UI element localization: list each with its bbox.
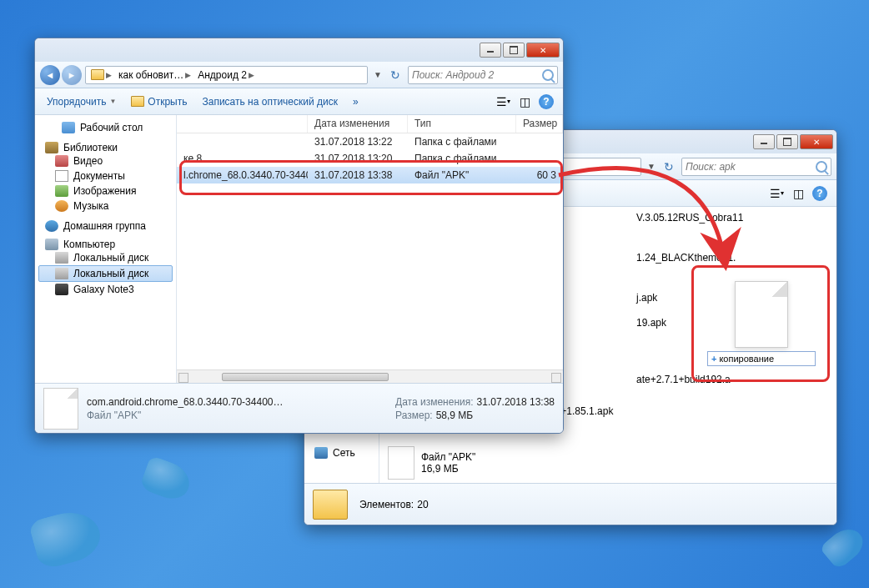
folder-icon [91,69,104,80]
desktop-decoration [139,455,195,505]
maximize-button[interactable] [503,43,525,58]
computer-icon [45,239,58,250]
minimize-button[interactable] [480,43,501,58]
dropdown-icon[interactable]: ▼ [645,158,658,175]
sidebar-label: Рабочий стол [80,122,143,133]
breadcrumb[interactable]: ▶ [88,69,115,80]
elements-label: Элементов: [359,499,414,510]
sidebar-item-desktop[interactable]: Рабочий стол [38,120,173,135]
horizontal-scrollbar[interactable] [177,369,563,383]
preview-pane-button[interactable]: ◫ [515,92,535,112]
toolbar: Упорядочить▼ Открыть Записать на оптичес… [35,88,563,115]
sidebar-label: Локальный диск [73,252,148,264]
sidebar-label: Локальный диск [73,268,148,279]
sidebar-item-music[interactable]: Музыка [38,199,173,214]
address-bar[interactable]: ▶ как обновит…▶ Андроид 2▶ [85,66,368,84]
libraries-icon [45,142,58,153]
file-item[interactable]: ate+2.7.1+build192.a [633,372,833,387]
view-options-button[interactable]: ☰▾ [766,183,786,204]
column-headers: Дата изменения Тип Размер [177,115,563,133]
more-button[interactable]: » [348,93,364,111]
column-header-date[interactable]: Дата изменения [308,115,408,133]
titlebar: ✕ [35,38,563,62]
maximize-button[interactable] [776,134,798,149]
organize-button[interactable]: Упорядочить▼ [42,93,121,111]
sidebar-label: Домашняя группа [63,220,146,232]
search-input[interactable] [412,69,542,81]
file-row[interactable]: ке 8 31.07.2018 13:20 Папка с файлами [177,150,563,167]
sidebar-item-images[interactable]: Изображения [38,183,173,199]
help-button[interactable]: ? [810,183,830,204]
close-button[interactable]: ✕ [800,134,833,149]
forward-button[interactable]: ► [62,65,82,85]
search-icon [542,69,554,81]
file-row-selected[interactable]: l.chrome_68.0.3440.70-34400… 31.07.2018 … [177,167,563,183]
search-box[interactable] [681,158,831,176]
file-type-label: Файл "APK" [421,451,475,463]
sidebar-label: Сеть [333,447,355,459]
scrollbar-thumb[interactable] [222,373,389,381]
help-button[interactable]: ? [536,92,556,112]
preview-pane-button[interactable]: ◫ [788,183,808,204]
music-icon [55,200,68,212]
search-box[interactable] [408,66,558,84]
back-button[interactable]: ◄ [40,65,60,85]
phone-icon [55,284,68,295]
column-header-name[interactable] [177,115,308,133]
sidebar-item-video[interactable]: Видео [38,153,173,168]
dropdown-icon[interactable]: ▼ [371,67,384,83]
sidebar-item-disk-c[interactable]: Локальный диск [38,250,173,265]
navbar: ◄ ► ▶ как обновит…▶ Андроид 2▶ ▼ ↻ [35,62,563,88]
disk-icon [55,268,68,279]
minimize-button[interactable] [753,134,775,149]
sidebar-label: Библиотеки [63,142,118,153]
empty-area[interactable] [177,183,563,369]
sidebar: Рабочий стол Библиотеки Видео Документы … [35,115,177,383]
sidebar-label: Изображения [73,185,136,197]
breadcrumb[interactable]: Андроид 2▶ [194,69,258,81]
file-icon [735,281,788,348]
view-options-button[interactable]: ☰▾ [493,92,513,112]
date-label: Дата изменения: [395,396,474,408]
explorer-window-1: ✕ ◄ ► ▶ как обновит…▶ Андроид 2▶ ▼ ↻ Упо… [34,38,564,434]
search-icon [816,161,827,173]
open-button[interactable]: Открыть [126,93,192,111]
sidebar-item-documents[interactable]: Документы [38,168,173,183]
file-list-area: Дата изменения Тип Размер 31.07.2018 13:… [177,115,563,383]
sidebar-item-libraries[interactable]: Библиотеки [38,142,173,153]
desktop-decoration [819,522,869,570]
sidebar-item-homegroup[interactable]: Домашняя группа [38,220,173,232]
refresh-button[interactable]: ↻ [386,67,404,83]
chevron-down-icon: ▼ [109,98,116,105]
sidebar-label: Музыка [73,200,108,212]
sidebar-item-network[interactable]: Сеть [308,447,375,459]
details-pane: com.android.chrome_68.0.3440.70-34400… Ф… [35,383,563,433]
images-icon [55,185,68,197]
column-header-type[interactable]: Тип [408,115,516,133]
file-row[interactable]: 31.07.2018 13:22 Папка с файлами [177,133,563,150]
breadcrumb[interactable]: как обновит…▶ [115,69,194,81]
file-item[interactable]: IEON+1.85.1.apk [533,404,833,419]
sidebar-label: Компьютер [63,239,115,250]
folder-icon [131,96,144,107]
details-filetype: Файл "APK" [87,410,284,421]
close-button[interactable]: ✕ [526,43,560,58]
sidebar-item-phone[interactable]: Galaxy Note3 [38,282,173,297]
burn-button[interactable]: Записать на оптический диск [197,93,343,111]
homegroup-icon [45,220,58,232]
drag-ghost: +копирование [707,281,816,366]
video-icon [55,155,68,167]
sidebar-item-disk-d[interactable]: Локальный диск [38,265,173,282]
drag-tooltip: +копирование [707,351,816,366]
size-label: Размер: [395,410,433,421]
size-value: 58,9 МБ [436,410,474,421]
file-size-label: 16,9 МБ [421,463,475,475]
sidebar-item-computer[interactable]: Компьютер [38,239,173,250]
desktop-icon [62,122,75,133]
refresh-button[interactable]: ↻ [660,158,678,175]
network-icon [314,447,328,459]
file-item[interactable]: 1.24_BLACKtheme21. [633,250,833,265]
file-item[interactable]: V.3.05.12RUS_Cobra11 [633,210,833,225]
search-input[interactable] [686,161,816,173]
column-header-size[interactable]: Размер [516,115,563,133]
